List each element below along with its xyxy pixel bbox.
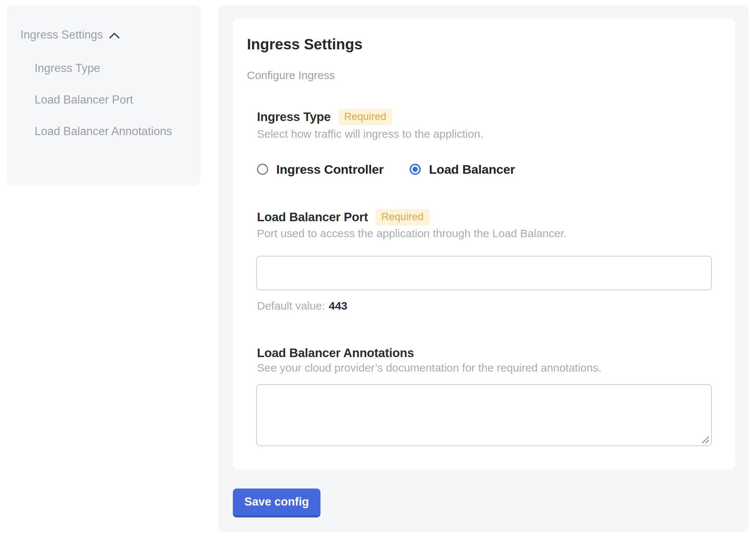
sidebar-section-ingress-settings[interactable]: Ingress Settings: [20, 28, 120, 42]
page-title: Ingress Settings: [247, 35, 362, 53]
sidebar-item-load-balancer-port[interactable]: Load Balancer Port: [35, 89, 176, 111]
resize-handle-icon[interactable]: [701, 436, 710, 444]
load-balancer-annotations-description: See your cloud provider’s documentation …: [257, 360, 602, 375]
radio-button-icon[interactable]: [410, 164, 421, 175]
load-balancer-annotations-field: [256, 384, 712, 446]
default-value-row: Default value:443: [257, 298, 348, 313]
load-balancer-port-description: Port used to access the application thro…: [257, 226, 567, 241]
radio-label: Ingress Controller: [276, 161, 384, 177]
ingress-settings-card: Ingress Settings Configure Ingress Ingre…: [233, 19, 735, 469]
load-balancer-port-label: Load Balancer Port: [257, 209, 368, 225]
ingress-type-radio-group: Ingress Controller Load Balancer: [257, 161, 515, 177]
ingress-type-label: Ingress Type: [257, 109, 331, 125]
settings-panel: Ingress Settings Configure Ingress Ingre…: [218, 5, 749, 532]
ingress-type-description: Select how traffic will ingress to the a…: [257, 127, 483, 141]
required-badge: Required: [338, 109, 392, 125]
sidebar-item-list: Ingress Type Load Balancer Port Load Bal…: [35, 57, 176, 152]
sidebar-section-label: Ingress Settings: [20, 28, 103, 42]
ingress-type-label-row: Ingress Type Required: [257, 109, 392, 125]
radio-button-icon[interactable]: [257, 164, 268, 175]
chevron-up-icon: [109, 32, 120, 39]
page-subtitle: Configure Ingress: [247, 68, 335, 83]
save-config-button[interactable]: Save config: [233, 489, 320, 517]
sidebar-item-ingress-type[interactable]: Ingress Type: [35, 57, 176, 79]
load-balancer-annotations-label-row: Load Balancer Annotations: [257, 345, 414, 361]
default-value-label: Default value:: [257, 300, 325, 312]
radio-option-ingress-controller[interactable]: Ingress Controller: [257, 161, 384, 177]
load-balancer-port-input[interactable]: [256, 256, 712, 290]
default-value: 443: [329, 300, 347, 312]
load-balancer-annotations-label: Load Balancer Annotations: [257, 345, 414, 361]
radio-label: Load Balancer: [429, 161, 515, 177]
sidebar-item-load-balancer-annotations[interactable]: Load Balancer Annotations: [35, 120, 176, 143]
load-balancer-port-label-row: Load Balancer Port Required: [257, 209, 430, 225]
load-balancer-annotations-textarea[interactable]: [256, 384, 712, 446]
settings-sidebar: Ingress Settings Ingress Type Load Balan…: [7, 5, 201, 186]
radio-option-load-balancer[interactable]: Load Balancer: [410, 161, 515, 177]
required-badge: Required: [375, 209, 430, 225]
